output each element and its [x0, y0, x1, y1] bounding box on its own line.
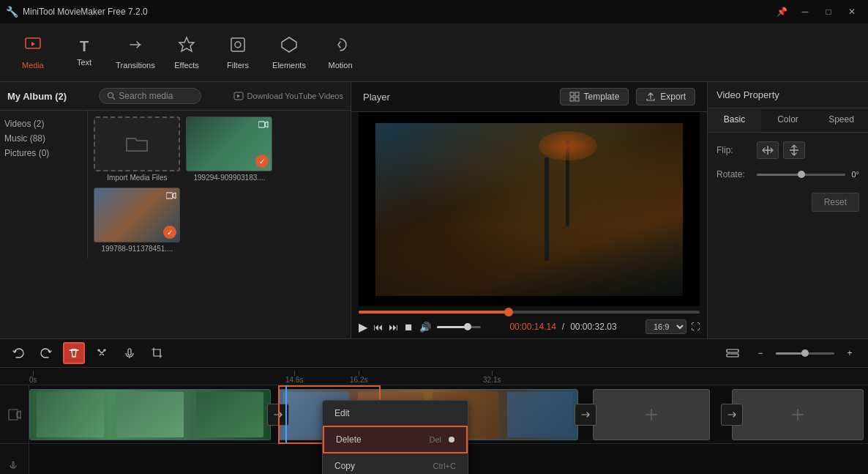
transition-arrow-icon2 — [580, 409, 591, 421]
toolbar-item-effects[interactable]: Effects — [161, 27, 212, 78]
stop-button[interactable]: ⏹ — [404, 322, 414, 333]
effects-icon — [178, 36, 195, 58]
volume-thumb[interactable] — [464, 323, 471, 330]
search-icon — [107, 92, 116, 100]
track-content: Edit Delete Del Copy Ctrl+C — [29, 385, 868, 474]
toolbar-item-transitions[interactable]: Transitions — [110, 27, 161, 78]
download-yt-label: Download YouTube Videos — [247, 92, 343, 100]
svg-rect-18 — [727, 349, 738, 352]
toolbar-item-elements[interactable]: Elements — [263, 27, 315, 78]
nav-music[interactable]: Music (88) — [0, 131, 87, 146]
cut-button[interactable] — [91, 342, 113, 364]
play-button[interactable]: ▶ — [359, 320, 367, 334]
next-frame-button[interactable]: ⏭ — [389, 322, 398, 333]
album-title: My Album (2) — [7, 91, 67, 102]
rotate-row: Rotate: 0° — [717, 169, 859, 179]
delete-button[interactable] — [63, 342, 85, 364]
fullscreen-button[interactable]: ⛶ — [691, 322, 700, 332]
rotate-thumb[interactable] — [798, 171, 805, 178]
rotate-slider[interactable] — [757, 174, 845, 176]
undo-button[interactable] — [7, 342, 29, 364]
svg-rect-15 — [570, 97, 574, 101]
volume-icon[interactable]: 🔊 — [419, 322, 431, 333]
media-icon — [24, 36, 42, 58]
nav-pictures[interactable]: Pictures (0) — [0, 146, 87, 160]
zoom-in-button[interactable]: + — [839, 342, 861, 364]
time-total: 00:00:32.03 — [570, 322, 616, 332]
transition-2[interactable] — [575, 404, 596, 426]
playhead[interactable] — [285, 385, 287, 443]
svg-rect-20 — [9, 410, 18, 420]
toolbar-item-filters[interactable]: Filters — [212, 27, 263, 78]
tab-basic[interactable]: Basic — [708, 108, 761, 132]
minimize-button[interactable]: ─ — [795, 1, 815, 22]
maximize-button[interactable]: □ — [818, 1, 839, 22]
reset-button[interactable]: Reset — [812, 193, 859, 212]
controls-row: ▶ ⏮ ⏭ ⏹ 🔊 00:00:14.14 / 00:00:32. — [359, 319, 700, 334]
clip-3[interactable] — [593, 389, 710, 440]
clip3-icon — [643, 406, 660, 423]
video-camera-icon — [258, 120, 269, 130]
elements-label: Elements — [272, 61, 306, 70]
ruler-mark-16s: 16.2s — [350, 369, 367, 384]
ratio-select[interactable]: 16:99:164:31:1 — [646, 319, 686, 334]
transition-3[interactable] — [721, 404, 743, 426]
player-actions: Template Export — [560, 88, 695, 105]
zoom-thumb[interactable] — [801, 349, 809, 357]
download-youtube-button[interactable]: Download YouTube Videos — [233, 91, 343, 101]
ruler-mark-32s: 32.1s — [483, 369, 501, 384]
left-nav: Videos (2) Music (88) Pictures (0) — [0, 111, 88, 259]
app-logo: 🔧 — [6, 6, 18, 18]
flip-horizontal-button[interactable] — [757, 141, 779, 159]
text-label: Text — [77, 58, 91, 67]
import-media-item[interactable]: Import Media Files — [94, 116, 180, 182]
ctx-copy[interactable]: Copy Ctrl+C — [323, 453, 468, 474]
timeline-toolbar: − + — [0, 338, 868, 368]
progress-bar[interactable] — [359, 311, 700, 314]
export-button[interactable]: Export — [636, 88, 695, 105]
time-display-area: 00:00:14.14 / 00:00:32.03 — [509, 322, 616, 332]
property-tabs: Basic Color Speed — [708, 108, 868, 133]
ctx-delete-label: Delete — [336, 434, 362, 445]
timeline-area: 0s 14.6s 16.2s 32.1s — [0, 368, 868, 474]
track-toggle-button[interactable] — [722, 342, 744, 364]
volume-slider[interactable] — [437, 326, 481, 328]
tab-speed[interactable]: Speed — [815, 108, 868, 132]
property-title: Video Property — [708, 82, 868, 108]
ctx-delete[interactable]: Delete Del — [323, 426, 468, 453]
zoom-slider[interactable] — [776, 352, 834, 355]
toolbar-item-motion[interactable]: Motion — [315, 27, 366, 78]
search-bar[interactable]: Search media — [99, 88, 201, 104]
property-content: Flip: Rotate: 0° Reset — [708, 133, 868, 221]
clip4-content — [733, 390, 863, 440]
pin-button[interactable]: 📌 — [771, 1, 792, 22]
audio-button[interactable] — [119, 342, 141, 364]
flip-vertical-button[interactable] — [783, 141, 805, 159]
crop-button[interactable] — [146, 342, 168, 364]
clip-4[interactable] — [732, 389, 864, 440]
media-item-video1[interactable]: ✓ 199294-909903183.... — [186, 116, 272, 182]
progress-thumb[interactable] — [504, 308, 513, 316]
svg-rect-19 — [727, 354, 738, 357]
clip-1[interactable] — [29, 389, 271, 440]
toolbar-item-media[interactable]: Media — [7, 27, 59, 78]
template-button[interactable]: Template — [560, 88, 629, 105]
cut-icon — [96, 347, 108, 359]
zoom-out-button[interactable]: − — [749, 342, 771, 364]
progress-fill — [359, 311, 509, 314]
tab-color[interactable]: Color — [761, 108, 815, 132]
redo-button[interactable] — [35, 342, 57, 364]
media-item-video2[interactable]: ✓ 199788-911378451.... — [94, 188, 180, 253]
ctx-edit[interactable]: Edit — [323, 401, 468, 426]
close-button[interactable]: ✕ — [842, 1, 862, 22]
nav-videos[interactable]: Videos (2) — [0, 116, 87, 131]
redo-icon — [40, 347, 52, 359]
youtube-icon — [233, 91, 244, 101]
timeline-tracks: Edit Delete Del Copy Ctrl+C — [0, 385, 868, 474]
prev-frame-button[interactable]: ⏮ — [373, 322, 383, 333]
context-menu: Edit Delete Del Copy Ctrl+C — [322, 400, 468, 474]
toolbar-item-text[interactable]: T Text — [59, 27, 110, 78]
import-thumb[interactable] — [94, 116, 180, 171]
svg-point-3 — [235, 42, 241, 48]
app-title: MiniTool MovieMaker Free 7.2.0 — [23, 7, 148, 17]
